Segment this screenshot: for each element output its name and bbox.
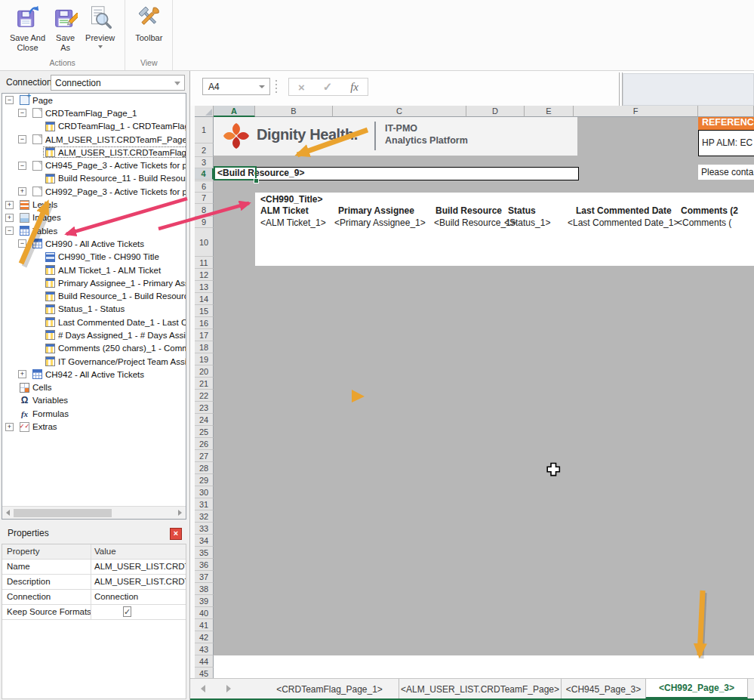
row-header-29[interactable]: 29: [195, 474, 214, 486]
please-contact-cell[interactable]: Please conta: [698, 165, 754, 180]
row-header-15[interactable]: 15: [195, 305, 214, 317]
collapse-icon[interactable]: −: [18, 239, 26, 248]
row-header-9[interactable]: 9: [195, 217, 214, 228]
row-header-31[interactable]: 31: [195, 498, 214, 510]
row-header-13[interactable]: 13: [195, 281, 214, 293]
tree-item-alm-ticket-1-alm-ticket[interactable]: ALM Ticket_1 - ALM Ticket: [2, 264, 186, 276]
close-icon[interactable]: ×: [170, 528, 182, 540]
row-header-24[interactable]: 24: [195, 414, 214, 426]
tree-item-comments-250-chars-1-comm[interactable]: Comments (250 chars)_1 - Comm: [2, 342, 186, 355]
row-header-38[interactable]: 38: [195, 583, 214, 595]
tree-item-ch945-page-3-active-tickets-for-pa[interactable]: −CH945_Page_3 - Active Tickets for pa: [2, 159, 186, 171]
dignity-health-logo-block[interactable]: Dignity Health. IT-PMO Analytics Platfor…: [214, 117, 577, 156]
select-all-corner[interactable]: [195, 106, 214, 117]
row-header-22[interactable]: 22: [195, 390, 214, 402]
tree-item-build-resource-1-build-resource[interactable]: Build Resource_1 - Build Resource: [2, 289, 186, 302]
tree-item-images[interactable]: +Images: [2, 211, 186, 224]
chevron-down-icon[interactable]: [259, 85, 265, 88]
table-value-6[interactable]: <Comments (: [677, 217, 731, 228]
scrollbar-thumb[interactable]: [14, 509, 112, 517]
sheet-grid[interactable]: Dignity Health. IT-PMO Analytics Platfor…: [214, 117, 754, 680]
insert-function-icon[interactable]: fx: [350, 81, 359, 94]
row-header-3[interactable]: 3: [195, 157, 214, 168]
tree-item-levels[interactable]: +Levels: [2, 198, 186, 211]
tree-item-crdteamflag-page-1[interactable]: −CRDTeamFlag_Page_1: [2, 106, 186, 119]
column-header-f[interactable]: F: [574, 106, 698, 117]
table-value-5[interactable]: <Last Commented Date_1>: [568, 217, 679, 228]
save-and-close-button[interactable]: Save AndClose: [6, 2, 49, 54]
table-header-last-commented-date[interactable]: Last Commented Date: [576, 205, 672, 216]
row-header-16[interactable]: 16: [195, 317, 214, 329]
preview-button[interactable]: Preview: [82, 2, 118, 50]
row-header-32[interactable]: 32: [195, 510, 214, 523]
toolbar-button[interactable]: Toolbar: [131, 2, 166, 45]
tree-item-last-commented-date-1-last-co[interactable]: Last Commented Date_1 - Last Co: [2, 316, 186, 328]
row-header-27[interactable]: 27: [195, 450, 214, 462]
property-value[interactable]: ALM_USER_LIST.CRDTea: [91, 560, 186, 574]
column-header-b[interactable]: B: [255, 106, 333, 117]
row-header-33[interactable]: 33: [195, 523, 214, 535]
tree-item-ch992-page-3-active-tickets-for-pa[interactable]: +CH992_Page_3 - Active Tickets for pa: [2, 185, 186, 198]
save-as-button[interactable]: SaveAs: [49, 2, 82, 54]
row-header-2[interactable]: 2: [195, 143, 214, 157]
cancel-icon[interactable]: ×: [298, 81, 305, 94]
row-header-20[interactable]: 20: [195, 365, 214, 378]
ch990-title-cell[interactable]: <CH990_Title>: [260, 194, 323, 205]
row-header-10[interactable]: 10: [195, 228, 214, 257]
row-header-4[interactable]: 4: [195, 168, 214, 180]
row-header-1[interactable]: 1: [195, 117, 214, 143]
row-header-35[interactable]: 35: [195, 547, 214, 559]
enter-icon[interactable]: ✓: [323, 80, 333, 94]
table-value-1[interactable]: <ALM Ticket_1>: [260, 217, 326, 228]
row-header-43[interactable]: 43: [195, 643, 214, 655]
tree-horizontal-scrollbar[interactable]: [2, 506, 186, 519]
build-resource-cell[interactable]: <Build Resource_9>: [214, 167, 579, 180]
ch990-table-block[interactable]: <CH990_Title> ALM TicketPrimary Assignee…: [255, 193, 754, 266]
expand-icon[interactable]: +: [5, 201, 14, 209]
row-header-18[interactable]: 18: [195, 341, 214, 353]
sheet-tab-crdteamflag-page-1[interactable]: <CRDTeamFlag_Page_1>: [260, 679, 399, 699]
tree-item-crdteamflag-1-crdteamflag[interactable]: CRDTeamFlag_1 - CRDTeamFlag: [2, 120, 186, 133]
row-header-23[interactable]: 23: [195, 402, 214, 414]
row-header-37[interactable]: 37: [195, 571, 214, 583]
row-header-40[interactable]: 40: [195, 607, 214, 619]
collapse-icon[interactable]: −: [18, 162, 26, 170]
row-header-12[interactable]: 12: [195, 269, 214, 281]
row-header-39[interactable]: 39: [195, 595, 214, 607]
expand-icon[interactable]: +: [5, 423, 14, 431]
row-header-19[interactable]: 19: [195, 353, 214, 365]
row-header-28[interactable]: 28: [195, 462, 214, 474]
row-header-30[interactable]: 30: [195, 486, 214, 498]
row-header-25[interactable]: 25: [195, 426, 214, 438]
tree-item-cells[interactable]: Cells: [2, 381, 186, 394]
row-header-36[interactable]: 36: [195, 559, 214, 571]
row-header-11[interactable]: 11: [195, 257, 214, 269]
property-value[interactable]: Connection: [91, 590, 186, 604]
row-header-34[interactable]: 34: [195, 535, 214, 547]
scroll-left-icon[interactable]: [6, 510, 10, 516]
row-header-44[interactable]: 44: [195, 655, 214, 668]
row-header-7[interactable]: 7: [195, 193, 214, 204]
connection-dropdown[interactable]: Connection: [51, 75, 185, 91]
collapse-icon[interactable]: −: [5, 227, 14, 235]
table-value-4[interactable]: <Status_1>: [504, 217, 550, 228]
tree-item-ch990-all-active-tickets[interactable]: −CH990 - All Active Tickets: [2, 237, 186, 250]
tree-item-build-resource-11-build-resourc[interactable]: Build Resource_11 - Build Resourc: [2, 172, 186, 185]
row-header-8[interactable]: 8: [195, 204, 214, 217]
row-header-14[interactable]: 14: [195, 293, 214, 305]
tree-item-formulas[interactable]: fxFormulas: [2, 407, 186, 420]
sheet-tab-alm-user-list-crdteamf-page[interactable]: <ALM_USER_LIST.CRDTeamF_Page>: [399, 679, 561, 699]
expand-icon[interactable]: +: [18, 187, 26, 196]
tree-item-it-governance-project-team-assig[interactable]: IT Governance/Project Team Assig: [2, 355, 186, 368]
tree-item-variables[interactable]: ΩVariables: [2, 394, 186, 407]
tab-scroll-right-icon[interactable]: [226, 685, 231, 692]
row-header-41[interactable]: 41: [195, 619, 214, 631]
reference-banner-cell[interactable]: REFERENC: [698, 117, 754, 130]
tree-item-page[interactable]: −Page: [2, 94, 186, 106]
tree-item-primary-assignee-1-primary-assi[interactable]: Primary Assignee_1 - Primary Assi: [2, 276, 186, 289]
scroll-right-icon[interactable]: [178, 510, 182, 516]
row-header-6[interactable]: 6: [195, 181, 214, 193]
collapse-icon[interactable]: −: [5, 96, 14, 104]
row-header-42[interactable]: 42: [195, 631, 214, 643]
tree-item-ch990-title-ch990-title[interactable]: CH990_Title - CH990 Title: [2, 251, 186, 264]
